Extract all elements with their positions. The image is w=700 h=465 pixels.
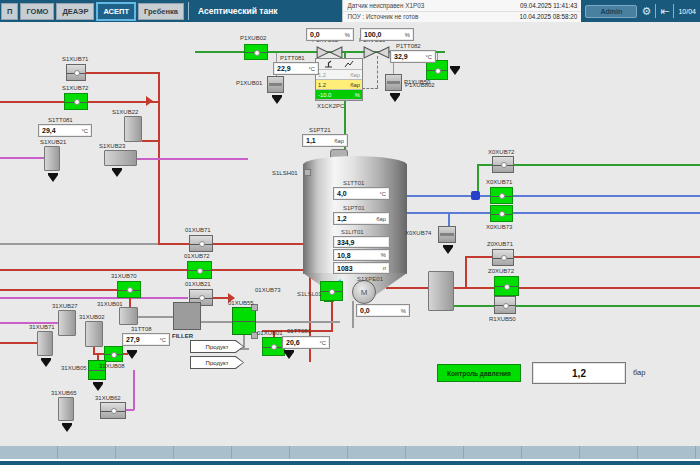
label-31XUB70: 31XUB70 <box>111 273 137 279</box>
value-S1TT01[interactable]: 4,0°C <box>333 187 390 200</box>
manual-mode-icon[interactable] <box>324 60 333 68</box>
label-S1LIT01: S1LIT01 <box>341 229 364 235</box>
valve-P1XVC10[interactable] <box>363 45 390 58</box>
value-P1TT081[interactable]: 22,9°C <box>273 62 319 75</box>
drain-funnel-icon <box>284 350 294 360</box>
valve-P1XUB02[interactable] <box>244 44 268 60</box>
valve-31XUB02 <box>85 321 103 347</box>
valve-FILLER <box>173 302 201 330</box>
value-31TT08[interactable]: 27,9°C <box>122 333 170 346</box>
session-controls: Admin ⚙ ⇤ 10/04 <box>581 0 700 22</box>
label-01XUB73: 01XUB73 <box>255 287 281 293</box>
pipe-red <box>0 269 188 271</box>
value-P1TT082[interactable]: 32,9°C <box>390 50 436 63</box>
value-S1LIT01-volume[interactable]: 1083л <box>333 262 390 274</box>
label-31XUB71: 31XUB71 <box>29 324 55 330</box>
value-S1PT21[interactable]: 1,1бар <box>302 134 348 147</box>
tab-grebenka[interactable]: Гребенка <box>138 3 184 20</box>
valve-31XUB08[interactable] <box>104 346 123 362</box>
value-S1LIT01-percent[interactable]: 10,8% <box>333 249 390 261</box>
valve-R1XUB50[interactable] <box>494 296 516 314</box>
valve-01XUB71[interactable] <box>189 235 213 252</box>
label-X0XUB74: X0XUB74 <box>405 230 431 236</box>
pipe-red <box>213 297 229 299</box>
toolbar-divider <box>673 4 674 18</box>
value-01TT081[interactable]: 20,6°C <box>282 336 330 349</box>
valve-S1XUB23 <box>104 150 137 166</box>
valve-31XUB62[interactable] <box>100 402 126 419</box>
users-gear-icon[interactable]: ⚙ <box>641 6 651 17</box>
label-P1XUB01: P1XUB01 <box>236 80 262 86</box>
alarm-message: ПОУ : Источник не готов <box>347 13 418 20</box>
valve-S1XUB21 <box>44 146 60 171</box>
admin-button[interactable]: Admin <box>585 5 637 18</box>
tab-p[interactable]: П <box>1 3 18 20</box>
valve-P1XUB802[interactable] <box>426 60 448 80</box>
valve-X0XUB73[interactable] <box>490 205 513 222</box>
valve-31XUB70[interactable] <box>117 281 141 298</box>
valve-P1XUB50[interactable] <box>385 74 402 91</box>
top-toolbar: П ГОМО ДЕАЭР АСЕПТ Гребенка Асептический… <box>0 0 700 22</box>
drain-funnel-icon <box>272 95 282 105</box>
alarm-time: 09.04.2025 11:41:43 <box>520 2 577 9</box>
label-31XUB27: 31XUB27 <box>52 303 78 309</box>
valve-P1XUB01[interactable] <box>267 76 284 93</box>
valve-S1XUB71[interactable] <box>66 64 86 81</box>
label-FILLER: FILLER <box>172 333 193 339</box>
drain-funnel-icon <box>127 350 137 360</box>
valve-S1XUB72[interactable] <box>64 93 88 110</box>
product-button-1[interactable]: Продукт <box>190 340 244 353</box>
tab-gomo[interactable]: ГОМО <box>20 3 54 20</box>
label-S1TT081: S1TT081 <box>48 117 73 123</box>
label-01XUB01: 01XUB01 <box>257 330 283 336</box>
logout-icon[interactable]: ⇤ <box>660 6 669 17</box>
valve-P1XVC02[interactable] <box>316 45 343 58</box>
label-X0XUB72: X0XUB72 <box>488 149 514 155</box>
product-button-2[interactable]: Продукт <box>190 356 244 369</box>
pipe-gray <box>201 321 340 323</box>
label-01TT081: 01TT081 <box>287 328 311 334</box>
agitator-motor[interactable]: M <box>352 280 376 304</box>
value-S1TT081[interactable]: 29,4°C <box>38 124 92 137</box>
alarm-time: 10.04.2025 08:58:20 <box>520 13 578 20</box>
pipe-magenta <box>133 370 135 410</box>
valve-X0XUB71[interactable] <box>490 187 513 204</box>
pressure-control-button[interactable]: Контроль давления <box>437 364 521 382</box>
gauge-value-box[interactable]: 100,0% <box>360 28 414 41</box>
label-31XUB65: 31XUB65 <box>51 390 77 396</box>
valve-Z0XUB72[interactable] <box>494 276 519 296</box>
pressure-value-box[interactable]: 1,2 <box>532 362 626 384</box>
alarm-row: Датчик неисправен Х1Р03 09.04.2025 11:41… <box>343 1 581 11</box>
valve-S1XUB22 <box>124 116 142 142</box>
tab-deaer[interactable]: ДЕАЭР <box>56 3 94 20</box>
pressure-unit-label: бар <box>633 368 645 377</box>
value-S1XPE01[interactable]: 0,0% <box>356 304 410 317</box>
toolbar-divider <box>655 4 656 18</box>
label-R1XUB50: R1XUB50 <box>489 316 516 322</box>
value-S1LIT01-mass[interactable]: 334,9 <box>333 236 390 248</box>
valve-01XUB73[interactable] <box>320 281 343 301</box>
clipped-date: 10/04 <box>678 8 696 15</box>
valve-Z0XUB71[interactable] <box>492 249 514 266</box>
pipe-red <box>142 140 160 142</box>
label-S1XUB23: S1XUB23 <box>99 143 125 149</box>
label-S1LSH01: S1LSH01 <box>272 170 298 176</box>
trend-icon[interactable] <box>344 60 354 68</box>
label-X0XUB73: X0XUB73 <box>486 224 512 230</box>
pipe-gray <box>362 88 378 90</box>
controller-faceplate-X1CK2PC[interactable]: 1.2бар 1.2бар -10.0% <box>315 58 363 101</box>
valve-01XUB55[interactable] <box>232 307 256 335</box>
valve-X0XUB74[interactable] <box>438 226 456 243</box>
valve-01XUB72[interactable] <box>187 261 212 279</box>
tab-asept[interactable]: АСЕПТ <box>96 2 136 21</box>
valve-X0XUB72[interactable] <box>492 156 514 173</box>
pipe-red <box>158 72 160 103</box>
page-title: Асептический танк <box>198 6 342 16</box>
alarm-panel[interactable]: Датчик неисправен Х1Р03 09.04.2025 11:41… <box>342 0 581 22</box>
pipe-gray <box>138 316 174 318</box>
gauge-value-box[interactable]: 0,0% <box>306 28 354 41</box>
process-canvas: M S1TT01 4,0°C S1PT01 1,2бар S1LIT01 334… <box>0 0 700 465</box>
bottom-toolbar[interactable] <box>0 446 700 459</box>
value-S1PT01[interactable]: 1,2бар <box>333 212 390 225</box>
drain-funnel-icon <box>62 423 72 433</box>
